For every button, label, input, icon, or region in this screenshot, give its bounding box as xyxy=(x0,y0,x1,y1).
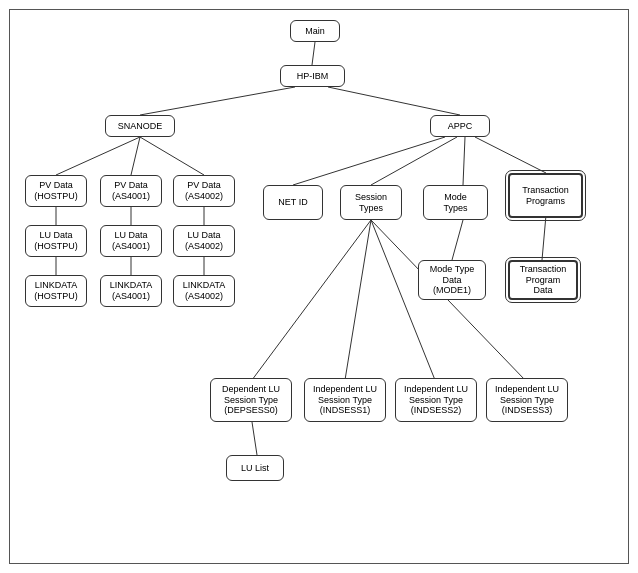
svg-line-3 xyxy=(56,137,140,175)
svg-line-19 xyxy=(345,220,371,380)
node-link-as4001: LINKDATA (AS4001) xyxy=(100,275,162,307)
node-appc: APPC xyxy=(430,115,490,137)
node-transaction-program-data: Transaction Program Data xyxy=(508,260,578,300)
svg-line-17 xyxy=(542,215,546,260)
svg-line-12 xyxy=(293,137,445,185)
node-main: Main xyxy=(290,20,340,42)
svg-line-0 xyxy=(312,42,315,65)
node-lu-hostpu: LU Data (HOSTPU) xyxy=(25,225,87,257)
svg-line-15 xyxy=(475,137,546,173)
svg-line-5 xyxy=(140,137,204,175)
svg-line-1 xyxy=(140,87,295,115)
svg-line-13 xyxy=(371,137,457,185)
node-session-types: Session Types xyxy=(340,185,402,220)
svg-line-18 xyxy=(252,220,371,380)
svg-line-16 xyxy=(452,220,463,260)
node-ind-lu-sess3: Independent LU Session Type (INDSESS3) xyxy=(486,378,568,422)
node-lu-as4001: LU Data (AS4001) xyxy=(100,225,162,257)
svg-line-4 xyxy=(131,137,140,175)
node-snanode: SNANODE xyxy=(105,115,175,137)
node-lu-list: LU List xyxy=(226,455,284,481)
node-pv-as4001: PV Data (AS4001) xyxy=(100,175,162,207)
svg-line-20 xyxy=(371,220,435,380)
node-transaction-programs: Transaction Programs xyxy=(508,173,583,218)
svg-line-2 xyxy=(328,87,460,115)
node-net-id: NET ID xyxy=(263,185,323,220)
node-pv-hostpu: PV Data (HOSTPU) xyxy=(25,175,87,207)
svg-line-22 xyxy=(252,422,257,455)
node-link-as4002: LINKDATA (AS4002) xyxy=(173,275,235,307)
node-lu-as4002: LU Data (AS4002) xyxy=(173,225,235,257)
svg-line-14 xyxy=(463,137,465,185)
node-pv-as4002: PV Data (AS4002) xyxy=(173,175,235,207)
svg-line-21 xyxy=(371,220,525,380)
node-mode-type-data: Mode Type Data (MODE1) xyxy=(418,260,486,300)
node-hp-ibm: HP-IBM xyxy=(280,65,345,87)
node-ind-lu-sess1: Independent LU Session Type (INDSESS1) xyxy=(304,378,386,422)
diagram-container: Main HP-IBM SNANODE APPC PV Data (HOSTPU… xyxy=(9,9,629,564)
node-link-hostpu: LINKDATA (HOSTPU) xyxy=(25,275,87,307)
node-ind-lu-sess2: Independent LU Session Type (INDSESS2) xyxy=(395,378,477,422)
node-dep-lu-sess: Dependent LU Session Type (DEPSESS0) xyxy=(210,378,292,422)
node-mode-types: Mode Types xyxy=(423,185,488,220)
